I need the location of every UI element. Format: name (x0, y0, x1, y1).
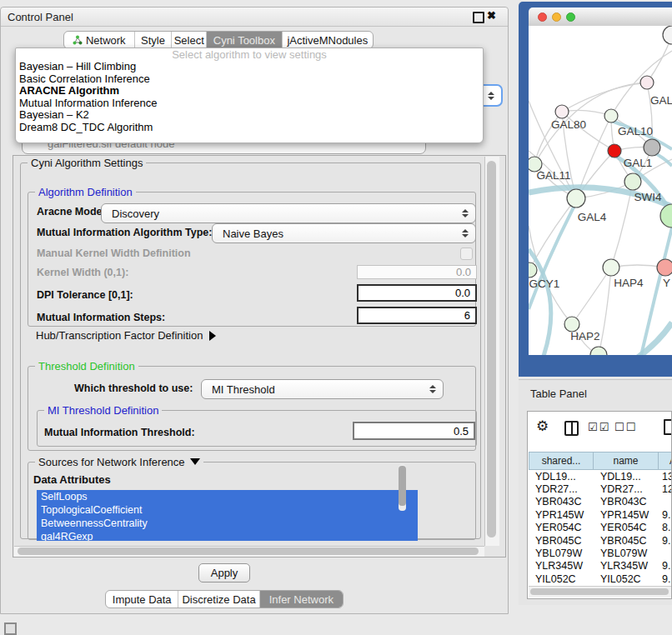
tab-discretize-data[interactable]: Discretize Data (178, 591, 259, 608)
network-canvas[interactable]: GALGAL80GAL10GAL1SWI4GAL11GAL4GCY1HAP4YH… (529, 26, 672, 355)
network-node-gal1[interactable] (608, 144, 621, 158)
settings-horizontal-scrollbar-thumb[interactable] (18, 548, 479, 555)
network-node-swi4[interactable] (624, 173, 641, 190)
mi-algorithm-type-combobox[interactable]: Naive Bayes (212, 223, 476, 243)
aracne-mode-label: Aracne Mode: (37, 206, 106, 218)
tab-jactivemnodules[interactable]: jActiveMNodules (283, 32, 373, 48)
dpi-tolerance-field[interactable]: 0.0 (357, 284, 477, 302)
mi-threshold-definition-group: MI Threshold Definition Mutual Informati… (37, 410, 477, 447)
maximize-window-icon[interactable] (566, 12, 575, 22)
table-header-row: shared... name A (529, 452, 672, 470)
network-edge[interactable] (562, 110, 611, 116)
network-node-gal10[interactable] (604, 109, 618, 122)
control-panel-tabs: Network Style Select Cyni Toolbox jActiv… (63, 31, 374, 49)
export-table-icon[interactable] (664, 419, 672, 435)
network-node-gal80[interactable] (555, 105, 569, 118)
network-edge[interactable] (637, 228, 672, 355)
tab-style[interactable]: Style (135, 32, 173, 48)
hub-definition-label: Hub/Transcription Factor Definition (36, 329, 203, 342)
network-node-hap4[interactable] (603, 259, 619, 276)
network-edge[interactable] (599, 268, 611, 355)
tab-network-label: Network (86, 34, 126, 47)
threshold-definition-title: Threshold Definition (35, 360, 138, 372)
data-attribute-item[interactable]: BetweennessCentrality (37, 517, 418, 530)
network-node[interactable] (644, 139, 660, 156)
data-attribute-item[interactable]: TopologicalCoefficient (37, 503, 418, 517)
tab-network[interactable]: Network (64, 32, 135, 48)
algorithm-option[interactable]: Mutual Information Inference (16, 98, 483, 110)
algorithm-option[interactable]: Bayesian – K2 (16, 109, 483, 122)
table-row[interactable]: YDR27...YDR27...12 (529, 482, 672, 495)
table-cell: 8. (659, 522, 672, 533)
table-cell: YBR043C (594, 496, 659, 508)
select-all-columns-icon[interactable]: ☑☑ (588, 421, 610, 433)
table-cell: YBR043C (529, 496, 594, 508)
network-node-label: Y (663, 277, 670, 289)
settings-vertical-scrollbar-thumb[interactable] (487, 161, 496, 538)
tab-select[interactable]: Select (172, 32, 207, 48)
tab-cyni-toolbox[interactable]: Cyni Toolbox (207, 32, 283, 48)
algorithm-option[interactable]: ARACNE Algorithm (16, 85, 483, 98)
float-panel-icon[interactable] (473, 12, 484, 23)
which-threshold-combobox[interactable]: MI Threshold (201, 379, 444, 399)
algorithm-option[interactable]: Bayesian – Hill Climbing (16, 61, 483, 73)
close-window-icon[interactable] (538, 12, 547, 22)
hub-definition-toggle[interactable]: Hub/Transcription Factor Definition (36, 329, 216, 342)
control-panel-titlebar[interactable]: Control Panel ✖ (1, 8, 508, 27)
table-row[interactable]: YLR345WYLR345W9. (529, 560, 672, 572)
tab-impute-data[interactable]: Impute Data (106, 591, 178, 608)
table-cell: YDR27... (594, 483, 659, 495)
manual-kernel-width-checkbox[interactable] (460, 248, 473, 260)
column-header-partial[interactable]: A (659, 452, 672, 470)
algorithm-option[interactable]: Basic Correlation Inference (16, 73, 483, 86)
column-header-name[interactable]: name (594, 452, 659, 470)
table-horizontal-scrollbar-thumb[interactable] (530, 588, 669, 595)
network-node-label: HAP2 (570, 330, 599, 342)
data-attributes-list[interactable]: SelfLoopsTopologicalCoefficientBetweenne… (37, 490, 418, 541)
network-node[interactable] (590, 347, 607, 355)
algorithm-option[interactable]: Dream8 DC_TDC Algorithm (16, 122, 483, 134)
apply-button[interactable]: Apply (198, 563, 250, 582)
list-scrollbar-thumb[interactable] (399, 466, 406, 506)
data-attribute-item[interactable]: SelfLoops (37, 490, 418, 503)
combo-spinner-icon (462, 229, 469, 238)
table-row[interactable]: YER054CYER054C8. (529, 522, 672, 534)
cyni-algorithm-settings-title: Cyni Algorithm Settings (28, 157, 146, 169)
unselect-all-columns-icon[interactable]: ☐☐ (614, 421, 637, 433)
aracne-mode-combobox[interactable]: Discovery (101, 203, 476, 223)
mi-threshold-field[interactable]: 0.5 (353, 422, 475, 440)
columns-icon[interactable] (564, 421, 579, 436)
gear-icon[interactable]: ⚙ (536, 418, 549, 435)
network-node-y[interactable] (657, 259, 672, 276)
kernel-width-field[interactable]: 0.0 (357, 265, 477, 279)
table-row[interactable]: YBR043CYBR043C (529, 496, 672, 508)
table-row[interactable]: YBL079WYBL079W (529, 547, 672, 559)
network-edge[interactable] (529, 101, 576, 198)
tab-infer-network[interactable]: Infer Network (260, 591, 343, 608)
panel-grip-icon[interactable] (4, 622, 17, 635)
combo-spinner-icon (488, 92, 494, 100)
node-table: ⚙ ☑☑ ☐☐ shared... name A YDL19...YDL19..… (527, 411, 672, 599)
network-node-gal4[interactable] (567, 189, 585, 208)
minimize-window-icon[interactable] (552, 12, 561, 22)
table-cell: YIL052C (529, 573, 594, 585)
mi-threshold-label: Mutual Information Threshold: (44, 427, 195, 438)
close-icon[interactable]: ✖ (487, 9, 496, 22)
data-attribute-item[interactable]: gal4RGexp (37, 530, 418, 541)
table-row[interactable]: YIL052CYIL052C9. (529, 572, 672, 585)
table-row[interactable]: YBR045CYBR045C9. (529, 534, 672, 547)
dpi-tolerance-label: DPI Tolerance [0,1]: (37, 289, 133, 301)
aracne-mode-value: Discovery (102, 208, 462, 220)
network-edge[interactable] (562, 82, 647, 112)
column-header-shared-name[interactable]: shared... (529, 452, 594, 470)
network-node-gcy1[interactable] (529, 262, 537, 278)
data-attributes-label: Data Attributes (33, 473, 111, 486)
table-row[interactable]: YDL19...YDL19...13 (529, 470, 672, 482)
network-node-gal[interactable] (640, 76, 654, 89)
mi-steps-field[interactable]: 6 (357, 307, 477, 324)
table-row[interactable]: YPR145WYPR145W9. (529, 508, 672, 521)
table-cell: YDL19... (594, 471, 659, 482)
network-node[interactable] (663, 26, 672, 44)
network-window-titlebar[interactable] (529, 8, 672, 27)
network-node[interactable] (660, 204, 672, 228)
